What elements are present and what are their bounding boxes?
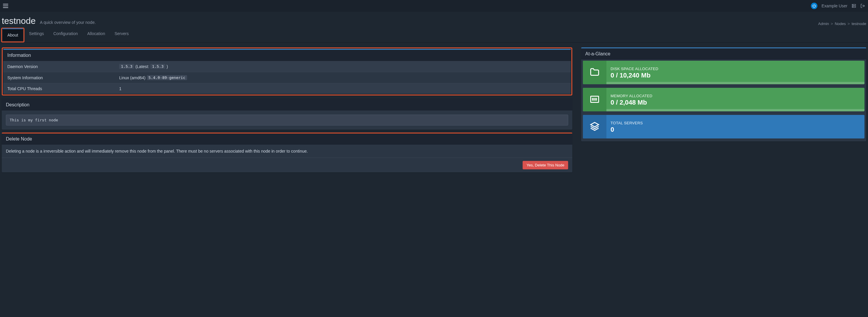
stat-memory-bar <box>607 109 865 111</box>
row-system-info: System Information Linux (amd64) 5.4.0-8… <box>3 72 571 83</box>
stat-memory: MEMORY ALLOCATED 0 / 2,048 Mb <box>583 88 865 111</box>
server-list-icon[interactable] <box>851 3 856 8</box>
stat-servers: TOTAL SERVERS 0 <box>583 115 865 139</box>
at-a-glance-panel: At-a-Glance DISK SPACE ALLOCATED 0 / 10,… <box>581 48 866 141</box>
top-navbar: Example User <box>0 0 868 12</box>
tab-servers[interactable]: Servers <box>110 28 133 42</box>
bars-icon <box>589 94 600 106</box>
stat-memory-title: MEMORY ALLOCATED <box>611 94 860 98</box>
at-a-glance-title: At-a-Glance <box>581 48 866 59</box>
user-name[interactable]: Example User <box>822 3 847 8</box>
breadcrumb-nodes[interactable]: Nodes <box>835 22 846 26</box>
tab-configuration[interactable]: Configuration <box>49 28 83 42</box>
breadcrumb: Admin > Nodes > testnode <box>818 22 867 26</box>
information-panel-title: Information <box>3 50 571 61</box>
page-header: testnode A quick overview of your node. … <box>0 12 868 28</box>
stat-disk: DISK SPACE ALLOCATED 0 / 10,240 Mb <box>583 61 865 84</box>
delete-node-title: Delete Node <box>2 134 572 145</box>
value-daemon-version: 1.5.3 <box>119 64 134 69</box>
value-daemon-latest: 1.5.3 <box>150 64 165 69</box>
tab-allocation[interactable]: Allocation <box>83 28 110 42</box>
value-cpu-threads: 1 <box>119 86 122 91</box>
stat-servers-title: TOTAL SERVERS <box>611 121 860 125</box>
value-system-os: Linux (amd64) <box>119 76 146 80</box>
label-daemon-version: Daemon Version <box>7 64 119 69</box>
delete-node-warning: Deleting a node is a irreversible action… <box>6 149 308 153</box>
page-title: testnode A quick overview of your node. <box>2 16 96 26</box>
row-cpu-threads: Total CPU Threads 1 <box>3 83 571 94</box>
information-panel-highlight: Information Daemon Version 1.5.3 (Latest… <box>2 48 572 95</box>
folder-icon <box>589 67 600 78</box>
menu-toggle-icon[interactable] <box>3 4 8 8</box>
breadcrumb-current: testnode <box>851 22 866 26</box>
description-text: This is my first node <box>6 115 568 125</box>
description-panel: Description This is my first node <box>2 98 572 129</box>
row-daemon-version: Daemon Version 1.5.3 (Latest: 1.5.3 ) <box>3 61 571 72</box>
tab-about[interactable]: About <box>3 28 23 41</box>
logout-icon[interactable] <box>860 3 865 8</box>
label-system-info: System Information <box>7 76 119 80</box>
delete-node-panel: Delete Node Deleting a node is a irrever… <box>2 133 572 172</box>
stat-memory-value: 0 / 2,048 Mb <box>611 99 860 106</box>
stat-servers-value: 0 <box>611 126 860 134</box>
label-latest-open: (Latest: <box>135 64 149 69</box>
information-panel: Information Daemon Version 1.5.3 (Latest… <box>3 49 571 94</box>
tab-about-highlight: About <box>1 28 24 42</box>
description-panel-title: Description <box>2 99 572 111</box>
power-icon[interactable] <box>811 3 817 9</box>
label-latest-close: ) <box>166 64 168 69</box>
tab-bar: About Settings Configuration Allocation … <box>0 28 868 43</box>
page-subtitle: A quick overview of your node. <box>40 20 96 25</box>
stat-disk-value: 0 / 10,240 Mb <box>611 71 860 79</box>
svg-marker-10 <box>591 122 599 127</box>
delete-node-button[interactable]: Yes, Delete This Node <box>523 161 568 169</box>
label-cpu-threads: Total CPU Threads <box>7 86 119 91</box>
stat-disk-bar <box>607 82 865 84</box>
value-system-kernel: 5.4.0-89-generic <box>147 75 187 80</box>
tab-settings[interactable]: Settings <box>24 28 49 42</box>
layers-icon <box>589 121 600 133</box>
breadcrumb-admin[interactable]: Admin <box>818 22 829 26</box>
stat-disk-title: DISK SPACE ALLOCATED <box>611 66 860 71</box>
